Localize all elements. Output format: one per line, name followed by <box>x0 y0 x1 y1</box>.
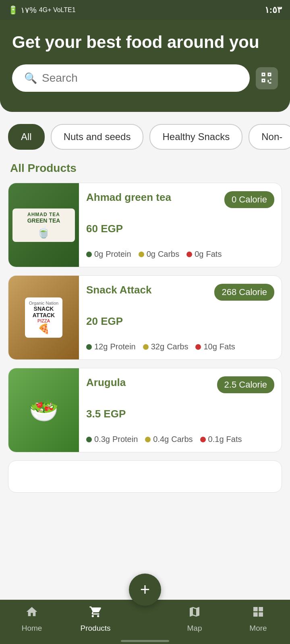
product-info-1: Snack Attack 268 Calorie 20 EGP 12g Prot… <box>79 276 282 359</box>
status-time: ١:٥٣ <box>265 5 282 15</box>
carbs-label-1: Carbs <box>167 342 188 351</box>
nav-item-more[interactable]: More <box>228 605 288 633</box>
fats-label-0: Fats <box>206 250 222 259</box>
bottom-nav: Home Products Map More <box>0 600 290 644</box>
protein-dot-0 <box>86 252 92 257</box>
arugula-image: 🥗 <box>8 368 79 452</box>
search-box[interactable]: 🔍 <box>12 64 250 92</box>
calorie-badge-2: 2.5 Calorie <box>217 376 274 393</box>
macro-fats-0: 0g Fats <box>186 250 222 259</box>
search-icon: 🔍 <box>24 72 37 85</box>
product-top-0: Ahmad green tea 0 Calorie <box>86 191 274 208</box>
category-nuts[interactable]: Nuts and seeds <box>51 124 144 150</box>
category-all[interactable]: All <box>8 124 45 150</box>
carbs-label-0: Carbs <box>158 250 179 259</box>
protein-value-0: 0g <box>94 250 103 259</box>
fats-value-0: 0g <box>195 250 203 259</box>
product-image-2: 🥗 <box>8 368 79 452</box>
protein-value-1: 12g <box>94 342 108 351</box>
carbs-value-2: 0.4g <box>153 435 169 444</box>
fats-label-1: Fats <box>220 342 235 351</box>
snack-label: SNACKATTACK <box>29 305 58 318</box>
battery-percent: ١٧% <box>21 5 37 15</box>
carbs-dot-1 <box>143 344 149 350</box>
header: Get your best food around you 🔍 <box>0 20 290 112</box>
macro-carbs-1: 32g Carbs <box>143 342 188 351</box>
home-icon <box>25 605 38 621</box>
fats-dot-0 <box>186 252 192 257</box>
product-image-1: Organic Nation SNACKATTACK PIZZA 🍕 <box>8 276 79 359</box>
carbs-value-0: 0g <box>147 250 155 259</box>
product-card-1[interactable]: Organic Nation SNACKATTACK PIZZA 🍕 Snack… <box>8 275 282 360</box>
product-top-1: Snack Attack 268 Calorie <box>86 284 274 301</box>
nav-map-label: Map <box>187 624 202 633</box>
product-top-2: Arugula 2.5 Calorie <box>86 376 274 393</box>
qr-svg <box>260 71 274 85</box>
macros-0: 0g Protein 0g Carbs 0g Fats <box>86 250 274 259</box>
map-icon <box>188 605 201 621</box>
ahmad-type: GREEN TEA <box>17 217 71 224</box>
status-bar: 🔋 ١٧% 4G+ VoLTE1 ١:٥٣ <box>0 0 290 20</box>
calorie-badge-1: 268 Calorie <box>214 284 274 301</box>
product-name-0: Ahmad green tea <box>86 191 224 204</box>
product-image-0: AHMAD TEA GREEN TEA 🍵 <box>8 183 79 267</box>
snack-flavor: PIZZA <box>29 318 58 323</box>
macro-carbs-0: 0g Carbs <box>139 250 180 259</box>
carbs-label-2: Carbs <box>171 435 193 444</box>
status-left: 🔋 ١٧% 4G+ VoLTE1 <box>8 5 76 15</box>
category-non[interactable]: Non- <box>249 124 290 150</box>
nav-item-home[interactable]: Home <box>2 605 62 633</box>
products-icon <box>89 605 102 621</box>
carbs-dot-2 <box>145 437 151 442</box>
categories-row: All Nuts and seeds Healthy Snacks Non- <box>0 112 290 154</box>
header-title: Get your best food around you <box>12 32 278 52</box>
product-info-2: Arugula 2.5 Calorie 3.5 EGP 0.3g Protein… <box>79 368 282 452</box>
macro-protein-0: 0g Protein <box>86 250 131 259</box>
section-title: All Products <box>0 154 290 179</box>
fats-label-2: Fats <box>226 435 242 444</box>
nav-item-products[interactable]: Products <box>65 605 126 633</box>
product-name-2: Arugula <box>86 376 217 389</box>
ahmad-brand: AHMAD TEA <box>17 212 71 217</box>
product-price-0: 60 EGP <box>86 223 274 235</box>
product-card-0[interactable]: AHMAD TEA GREEN TEA 🍵 Ahmad green tea 0 … <box>8 183 282 267</box>
fats-value-1: 10g <box>203 342 217 351</box>
fats-dot-2 <box>200 437 206 442</box>
category-healthy[interactable]: Healthy Snacks <box>149 124 242 150</box>
snack-brand: Organic Nation <box>29 301 58 305</box>
protein-dot-2 <box>86 437 92 442</box>
products-list: AHMAD TEA GREEN TEA 🍵 Ahmad green tea 0 … <box>0 179 290 452</box>
qr-icon[interactable] <box>256 67 278 89</box>
macro-fats-2: 0.1g Fats <box>200 435 242 444</box>
fab-add-button[interactable]: + <box>129 574 161 606</box>
more-icon <box>252 605 265 621</box>
signal-icons: 4G+ VoLTE1 <box>39 6 76 14</box>
protein-dot-1 <box>86 344 92 350</box>
product-card-2[interactable]: 🥗 Arugula 2.5 Calorie 3.5 EGP 0.3g Prote… <box>8 368 282 452</box>
macro-protein-1: 12g Protein <box>86 342 136 351</box>
product-price-1: 20 EGP <box>86 315 274 328</box>
search-input[interactable] <box>42 72 238 85</box>
nav-more-label: More <box>249 624 267 633</box>
macro-carbs-2: 0.4g Carbs <box>145 435 193 444</box>
product-info-0: Ahmad green tea 0 Calorie 60 EGP 0g Prot… <box>79 183 282 267</box>
protein-label-1: Protein <box>110 342 135 351</box>
product-name-1: Snack Attack <box>86 284 214 296</box>
calorie-badge-0: 0 Calorie <box>224 191 274 208</box>
carbs-value-1: 32g <box>151 342 164 351</box>
protein-label-2: Protein <box>112 435 138 444</box>
battery-icon: 🔋 <box>8 5 18 15</box>
home-indicator <box>121 640 169 642</box>
fats-dot-1 <box>195 344 201 350</box>
macros-1: 12g Protein 32g Carbs 10g Fats <box>86 342 274 351</box>
product-price-2: 3.5 EGP <box>86 408 274 420</box>
protein-value-2: 0.3g <box>94 435 110 444</box>
fats-value-2: 0.1g <box>208 435 224 444</box>
nav-home-label: Home <box>22 624 42 633</box>
macros-2: 0.3g Protein 0.4g Carbs 0.1g Fats <box>86 435 274 444</box>
nav-item-map[interactable]: Map <box>164 605 225 633</box>
nav-products-label: Products <box>81 624 111 633</box>
carbs-dot-0 <box>139 252 144 257</box>
macro-protein-2: 0.3g Protein <box>86 435 138 444</box>
macro-fats-1: 10g Fats <box>195 342 235 351</box>
